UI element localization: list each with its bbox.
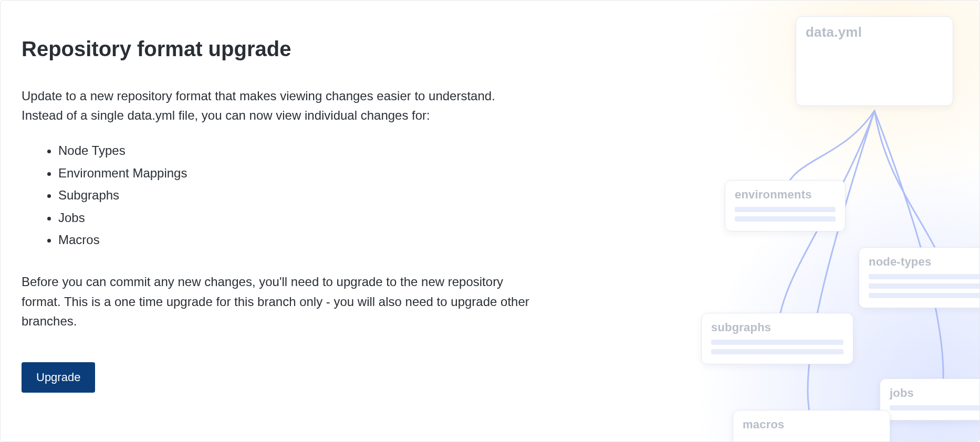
illus-card-environments: environments [725,180,846,231]
illus-card-title: jobs [890,386,980,400]
illus-card-line [869,283,980,289]
illus-card-line [869,274,980,279]
note-paragraph: Before you can commit any new changes, y… [22,272,536,331]
intro-paragraph: Update to a new repository format that m… [22,86,536,125]
list-item: Environment Mappings [58,162,536,184]
illus-card-body [806,46,943,96]
illus-card-nodetypes: node-types [859,247,980,308]
illus-card-title: subgraphs [711,321,843,334]
illus-card-title: node-types [869,255,980,269]
illus-card-line [711,349,843,354]
illus-card-line [890,405,980,411]
list-item: Macros [58,229,536,251]
illus-card-title: environments [735,188,836,202]
feature-bullet-list: Node Types Environment Mappings Subgraph… [58,140,536,251]
page-title: Repository format upgrade [22,37,536,61]
illus-card-line [711,340,843,345]
illus-card-line [735,216,836,222]
illus-card-macros: macros [733,410,890,442]
illus-card-datayml: data.yml [796,16,953,106]
illus-card-subgraphs: subgraphs [701,313,853,364]
list-item: Jobs [58,207,536,229]
illus-card-jobs: jobs [880,378,980,420]
illus-card-title: data.yml [806,24,943,40]
upgrade-button[interactable]: Upgrade [22,362,95,393]
list-item: Node Types [58,140,536,162]
illus-card-title: macros [743,418,880,432]
illus-card-line [869,293,980,298]
repo-format-illustration: data.yml environments node-types subgrap… [549,1,979,441]
background-gradient [549,1,979,441]
illus-card-line [735,207,836,212]
content-column: Repository format upgrade Update to a ne… [1,1,557,414]
upgrade-panel: data.yml environments node-types subgrap… [0,0,980,442]
list-item: Subgraphs [58,184,536,206]
connector-lines-icon [549,1,979,442]
